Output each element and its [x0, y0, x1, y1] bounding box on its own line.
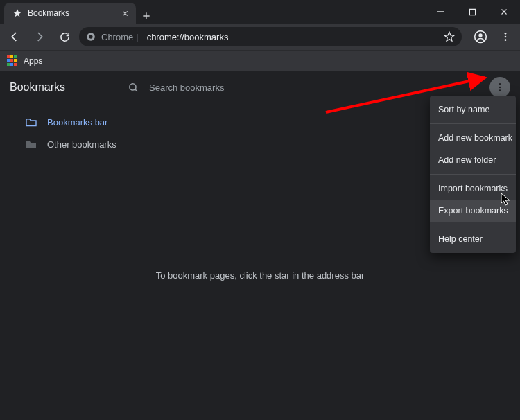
apps-grid-icon[interactable] — [7, 55, 18, 67]
svg-point-10 — [499, 87, 501, 89]
svg-point-8 — [130, 83, 136, 89]
window-controls — [424, 0, 520, 24]
menu-divider — [430, 123, 516, 124]
tab-title: Bookmarks — [28, 8, 69, 18]
svg-point-4 — [478, 33, 482, 37]
reload-button[interactable] — [54, 26, 75, 47]
empty-state-hint: To bookmark pages, click the star in the… — [0, 270, 520, 281]
browser-menu-button[interactable] — [495, 26, 516, 47]
svg-rect-0 — [469, 9, 475, 15]
svg-point-7 — [505, 39, 507, 41]
folder-label: Bookmarks bar — [47, 117, 107, 128]
address-bar[interactable]: Chrome| chrome://bookmarks — [79, 27, 462, 46]
menu-add-new-folder[interactable]: Add new folder — [430, 149, 516, 171]
bookmarks-manager: Bookmarks Search bookmarks Bookmarks bar… — [0, 71, 520, 420]
window-minimize-button[interactable] — [424, 0, 456, 24]
menu-export-bookmarks[interactable]: Export bookmarks — [430, 200, 516, 222]
svg-point-5 — [505, 33, 507, 35]
folder-icon — [25, 139, 37, 149]
organize-menu: Sort by name Add new bookmark Add new fo… — [430, 96, 516, 253]
menu-help-center[interactable]: Help center — [430, 228, 516, 250]
url-path: chrome://bookmarks — [147, 32, 229, 42]
page-title: Bookmarks — [10, 81, 65, 94]
folder-icon — [25, 117, 37, 127]
menu-sort-by-name[interactable]: Sort by name — [430, 98, 516, 121]
new-tab-button[interactable] — [141, 11, 151, 21]
svg-point-2 — [89, 35, 92, 38]
svg-point-6 — [505, 36, 507, 38]
browser-tab[interactable]: Bookmarks — [4, 3, 136, 24]
chrome-page-icon — [86, 32, 96, 42]
browser-toolbar: Chrome| chrome://bookmarks — [0, 24, 520, 50]
menu-add-new-bookmark[interactable]: Add new bookmark — [430, 127, 516, 149]
folder-label: Other bookmarks — [47, 139, 116, 150]
window-close-button[interactable] — [488, 0, 520, 24]
organize-menu-button[interactable] — [489, 77, 510, 98]
close-tab-icon[interactable] — [121, 10, 129, 17]
star-icon — [12, 8, 22, 18]
forward-button[interactable] — [29, 26, 50, 47]
back-button[interactable] — [4, 26, 25, 47]
menu-divider — [430, 225, 516, 225]
menu-import-bookmarks[interactable]: Import bookmarks — [430, 177, 516, 200]
svg-point-9 — [499, 83, 501, 85]
bookmark-star-icon[interactable] — [444, 31, 455, 42]
titlebar: Bookmarks — [0, 0, 520, 24]
apps-label[interactable]: Apps — [24, 56, 42, 66]
search-input[interactable]: Search bookmarks — [149, 82, 224, 93]
profile-button[interactable] — [470, 26, 491, 47]
url-scheme: Chrome| — [101, 32, 141, 42]
search-icon — [128, 82, 139, 94]
menu-divider — [430, 174, 516, 175]
bookmarks-bar: Apps — [0, 50, 520, 71]
svg-point-11 — [499, 89, 501, 91]
window-maximize-button[interactable] — [456, 0, 488, 24]
